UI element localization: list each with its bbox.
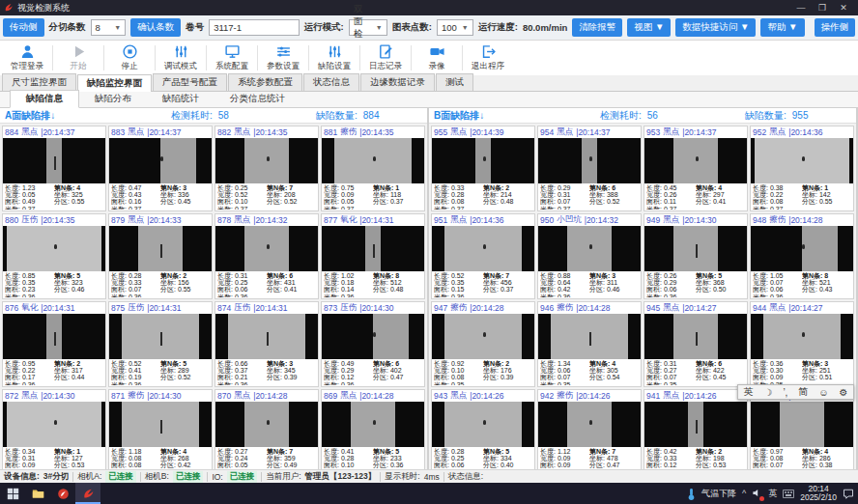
defect-card-940[interactable]: 940擦伤|20:14:26长度: 0.97宽度: 0.08面积: 0.07米数…	[750, 389, 854, 475]
defect-image[interactable]	[751, 314, 853, 359]
defect-image[interactable]	[109, 314, 212, 359]
slit-count-select[interactable]: 8▼	[91, 19, 127, 36]
defect-image[interactable]	[644, 138, 747, 183]
defect-card-952[interactable]: 952黑点|20:14:36长度: 0.38宽度: 0.22面积: 0.08米数…	[750, 126, 854, 211]
defect-image[interactable]	[215, 226, 318, 271]
data-quick-access-button[interactable]: 数据快捷访问 ▼	[675, 18, 756, 37]
defect-card-942[interactable]: 942擦伤|20:14:26长度: 1.12宽度: 0.09面积: 0.09米数…	[537, 389, 642, 475]
volume-icon[interactable]	[752, 488, 762, 500]
keyboard-icon[interactable]	[783, 490, 794, 498]
defect-card-946[interactable]: 946擦伤|20:14:28长度: 1.34宽度: 0.06面积: 0.07米数…	[537, 301, 642, 387]
defect-image[interactable]	[751, 138, 853, 183]
defect-card-871[interactable]: 871擦伤|20:14:30长度: 1.18宽度: 0.08面积: 0.08米数…	[108, 389, 213, 475]
defect-card-879[interactable]: 879黑点|20:14:33长度: 0.28宽度: 0.33面积: 0.07米数…	[108, 213, 213, 299]
defect-image[interactable]	[751, 402, 853, 447]
view-menu-button[interactable]: 视图 ▼	[627, 18, 671, 37]
close-button[interactable]: ✕	[833, 3, 854, 13]
tab-状态信息[interactable]: 状态信息	[303, 73, 359, 91]
defect-image[interactable]	[3, 138, 105, 183]
action-tune[interactable]: 调试模式	[156, 42, 206, 74]
ime-settings-icon[interactable]: ⚙	[840, 387, 848, 398]
defect-image[interactable]	[3, 226, 105, 271]
defect-image[interactable]	[109, 138, 212, 183]
action-monitor[interactable]: 系统配置	[207, 42, 257, 74]
defect-image[interactable]	[3, 314, 105, 359]
ime-moon-icon[interactable]: ☽	[763, 387, 772, 398]
confirm-count-button[interactable]: 确认条数	[130, 18, 181, 37]
ime-simplified-toggle[interactable]: 简	[798, 385, 808, 399]
notification-center-icon[interactable]	[843, 488, 854, 499]
app-icon-red-secondary[interactable]	[50, 483, 75, 504]
defect-card-945[interactable]: 945黑点|20:14:27长度: 0.31宽度: 0.27面积: 0.07米数…	[644, 301, 748, 387]
action-play[interactable]: 开始	[53, 42, 103, 74]
app-icon-red-active[interactable]	[75, 483, 100, 504]
defect-card-875[interactable]: 875压伤|20:14:31长度: 0.52宽度: 0.41面积: 0.19米数…	[108, 301, 213, 387]
defect-image[interactable]	[109, 226, 212, 271]
subtab-分类信息统计[interactable]: 分类信息统计	[214, 91, 300, 107]
file-explorer-icon[interactable]	[25, 483, 50, 504]
chart-points-select[interactable]: 100▼	[437, 19, 473, 36]
action-sliders-h[interactable]: 参数设置	[258, 42, 308, 74]
subtab-缺陷信息[interactable]: 缺陷信息	[10, 90, 79, 108]
defect-image[interactable]	[322, 402, 424, 447]
subtab-缺陷统计[interactable]: 缺陷统计	[147, 91, 214, 107]
tab-尺寸监控界面[interactable]: 尺寸监控界面	[2, 73, 76, 91]
defect-card-950[interactable]: 950小凹坑|20:14:32长度: 0.88宽度: 0.64面积: 0.42米…	[537, 213, 642, 299]
taskbar-clock[interactable]: 20:14 2025/2/10	[800, 485, 837, 502]
panel-title[interactable]: B面缺陷排↓	[434, 109, 600, 123]
defect-card-878[interactable]: 878黑点|20:14:32长度: 0.31宽度: 0.25面积: 0.06米数…	[214, 213, 319, 299]
action-exit[interactable]: 退出程序	[463, 42, 513, 74]
minimize-button[interactable]: —	[790, 3, 812, 13]
defect-card-869[interactable]: 869黑点|20:14:28长度: 0.41宽度: 0.28面积: 0.10米数…	[321, 389, 425, 475]
maximize-button[interactable]: ❐	[812, 3, 833, 13]
ime-smiley-icon[interactable]: ☺	[818, 387, 828, 398]
clear-alarm-button[interactable]: 清除报警	[572, 18, 622, 37]
ime-tray-lang[interactable]: 英	[768, 488, 777, 500]
tab-产品型号配置[interactable]: 产品型号配置	[153, 73, 227, 91]
defect-image[interactable]	[432, 314, 534, 359]
defect-image[interactable]	[322, 314, 424, 359]
run-mode-select[interactable]: 双面检测▼	[349, 19, 387, 36]
ime-punct-toggle[interactable]: ’,	[783, 387, 787, 398]
defect-image[interactable]	[322, 138, 424, 183]
defect-image[interactable]	[215, 138, 318, 183]
defect-image[interactable]	[751, 226, 853, 271]
defect-card-880[interactable]: 880压伤|20:14:35长度: 0.85宽度: 0.35面积: 0.23米数…	[2, 213, 106, 299]
defect-card-944[interactable]: 944黑点|20:14:27长度: 0.36宽度: 0.30面积: 0.09米数…	[750, 301, 854, 387]
defect-image[interactable]	[644, 226, 747, 271]
defect-card-955[interactable]: 955黑点|20:14:39长度: 0.33宽度: 0.28面积: 0.08米数…	[431, 126, 535, 211]
action-person[interactable]: 管理登录	[2, 42, 52, 74]
defect-card-873[interactable]: 873压伤|20:14:30长度: 0.49宽度: 0.29面积: 0.12米数…	[321, 301, 425, 387]
tab-缺陷监控界面[interactable]: 缺陷监控界面	[77, 74, 152, 92]
defect-card-870[interactable]: 870黑点|20:14:28长度: 0.27宽度: 0.24面积: 0.05米数…	[214, 389, 319, 475]
weather-text[interactable]: 气温下降	[701, 488, 736, 500]
defect-card-884[interactable]: 884黑点|20:14:37长度: 1.23宽度: 0.05面积: 0.49米数…	[2, 126, 106, 211]
defect-card-943[interactable]: 943黑点|20:14:26长度: 0.28宽度: 0.25面积: 0.06米数…	[431, 389, 535, 475]
defect-card-877[interactable]: 877氧化|20:14:31长度: 1.02宽度: 0.18面积: 0.14米数…	[321, 213, 425, 299]
action-stop[interactable]: 停止	[104, 42, 155, 74]
action-camera[interactable]: 录像	[412, 42, 462, 74]
defect-card-874[interactable]: 874压伤|20:14:31长度: 0.66宽度: 0.37面积: 0.21米数…	[214, 301, 319, 387]
defect-card-951[interactable]: 951黑点|20:14:36长度: 0.52宽度: 0.35面积: 0.15米数…	[431, 213, 535, 299]
defect-card-947[interactable]: 947擦伤|20:14:28长度: 0.92宽度: 0.10面积: 0.08米数…	[431, 301, 535, 387]
defect-card-881[interactable]: 881擦伤|20:14:35长度: 0.75宽度: 0.09面积: 0.05米数…	[321, 126, 425, 211]
defect-image[interactable]	[538, 314, 641, 359]
defect-card-953[interactable]: 953黑点|20:14:37长度: 0.45宽度: 0.26面积: 0.11米数…	[644, 126, 748, 211]
defect-image[interactable]	[644, 402, 747, 447]
defect-image[interactable]	[538, 226, 641, 271]
defect-card-949[interactable]: 949黑点|20:14:30长度: 0.26宽度: 0.29面积: 0.06米数…	[644, 213, 748, 299]
defect-card-872[interactable]: 872黑点|20:14:30长度: 0.34宽度: 0.31面积: 0.09米数…	[2, 389, 106, 475]
ime-lang-toggle[interactable]: 英	[743, 385, 753, 399]
panel-title[interactable]: A面缺陷排↓	[5, 109, 171, 123]
tab-边缘数据记录[interactable]: 边缘数据记录	[360, 73, 435, 91]
defect-image[interactable]	[432, 402, 534, 447]
defect-card-883[interactable]: 883黑点|20:14:37长度: 0.47宽度: 0.43面积: 0.16米数…	[108, 126, 213, 211]
defect-image[interactable]	[215, 402, 318, 447]
help-menu-button[interactable]: 帮助 ▼	[760, 18, 804, 37]
defect-image[interactable]	[432, 226, 534, 271]
defect-card-948[interactable]: 948擦伤|20:14:28长度: 1.05宽度: 0.07面积: 0.06米数…	[750, 213, 854, 299]
defect-image[interactable]	[432, 138, 534, 183]
action-sliders-v[interactable]: 缺陷设置	[309, 42, 359, 74]
defect-card-876[interactable]: 876氧化|20:14:31长度: 0.95宽度: 0.22面积: 0.17米数…	[2, 301, 106, 387]
defect-card-941[interactable]: 941黑点|20:14:26长度: 0.42宽度: 0.33面积: 0.12米数…	[644, 389, 748, 475]
